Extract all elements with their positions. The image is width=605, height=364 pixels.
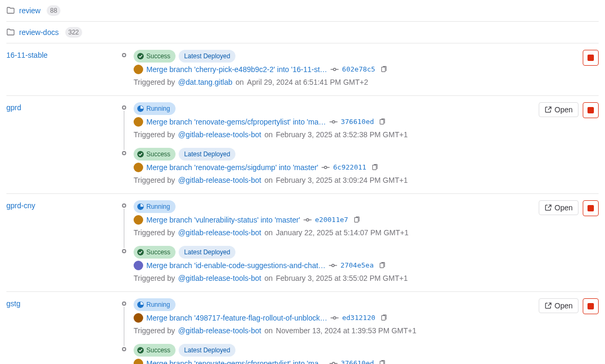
on-label: on <box>265 174 273 186</box>
timeline-bullet-icon <box>122 53 126 57</box>
open-label: Open <box>555 203 573 212</box>
deployment-item: SuccessLatest DeployedMerge branch 'reno… <box>122 148 534 186</box>
stop-environment-button[interactable] <box>583 200 599 216</box>
status-badge-success[interactable]: Success <box>134 246 176 259</box>
copy-sha-button[interactable] <box>370 162 380 173</box>
folder-name-link[interactable]: review <box>19 6 40 15</box>
deployment-commit-line: Merge branch 'renovate-gems/cfpropertyli… <box>134 116 534 128</box>
stop-environment-button[interactable] <box>583 102 599 118</box>
commit-icon <box>330 314 339 322</box>
commit-sha-link[interactable]: 376610ed <box>341 116 374 128</box>
stop-icon <box>588 205 594 211</box>
copy-sha-button[interactable] <box>377 260 388 271</box>
commit-message-link[interactable]: Merge branch 'id-enable-code-suggestions… <box>146 260 326 271</box>
actions-cell: Open <box>539 102 599 118</box>
author-avatar[interactable] <box>134 65 143 74</box>
environment-row: gprdRunningMerge branch 'renovate-gems/c… <box>6 96 599 194</box>
environment-folder-row[interactable]: review-docs322 <box>6 22 599 43</box>
status-badge-success[interactable]: Success <box>134 344 176 357</box>
status-badge-running[interactable]: Running <box>134 102 176 115</box>
deployment-commit-line: Merge branch 'vulnerability-status' into… <box>134 214 534 226</box>
svg-rect-14 <box>373 165 376 170</box>
triggered-user-link[interactable]: @dat.tang.gitlab <box>178 76 232 88</box>
author-avatar[interactable] <box>134 261 143 270</box>
copy-sha-button[interactable] <box>352 215 362 225</box>
deployment-badge-line: Running <box>134 102 534 115</box>
open-environment-button[interactable]: Open <box>539 102 578 117</box>
commit-icon <box>330 65 339 74</box>
environment-name-link[interactable]: gstg <box>6 299 20 308</box>
commit-sha-link[interactable]: 602e78c5 <box>342 64 375 75</box>
on-label: on <box>265 129 273 140</box>
timeline-bullet-icon <box>122 249 126 253</box>
status-badge-running[interactable]: Running <box>134 200 176 213</box>
commit-icon <box>329 359 338 364</box>
environment-row: gprd-cnyRunningMerge branch 'vulnerabili… <box>6 194 599 292</box>
triggered-user-link[interactable]: @gitlab-release-tools-bot <box>178 272 261 284</box>
commit-message-link[interactable]: Merge branch 'renovate-gems/cfpropertyli… <box>146 116 326 128</box>
commit-message-link[interactable]: Merge branch 'renovate-gems/cfpropertyli… <box>146 358 326 364</box>
stop-environment-button[interactable] <box>583 298 599 314</box>
actions-cell: Open <box>539 298 599 314</box>
status-badge-success[interactable]: Success <box>134 148 176 161</box>
triggered-user-link[interactable]: @gitlab-release-tools-bot <box>178 325 261 336</box>
commit-sha-link[interactable]: 376610ed <box>341 358 374 364</box>
folder-name-link[interactable]: review-docs <box>19 28 59 37</box>
commit-message-link[interactable]: Merge branch 'renovate-gems/sigdump' int… <box>146 162 318 173</box>
copy-sha-button[interactable] <box>377 117 388 127</box>
timeline-bullet-icon <box>122 151 126 155</box>
on-label: on <box>265 272 273 284</box>
environment-name-link[interactable]: gprd <box>6 103 21 112</box>
folder-icon <box>6 28 15 37</box>
environment-name-link[interactable]: 16-11-stable <box>6 51 48 59</box>
commit-sha-link[interactable]: ed312120 <box>342 312 375 324</box>
status-badge-label: Running <box>146 201 170 212</box>
deployment-commit-line: Merge branch 'cherry-pick-e489b9c2-2' in… <box>134 64 578 75</box>
open-environment-button[interactable]: Open <box>539 298 578 313</box>
environment-folder-row[interactable]: review88 <box>6 0 599 22</box>
commit-sha-link[interactable]: 2704e5ea <box>340 260 374 271</box>
commit-message-link[interactable]: Merge branch '498717-feature-flag-rollou… <box>146 312 327 324</box>
author-avatar[interactable] <box>134 117 143 127</box>
open-environment-button[interactable]: Open <box>539 200 578 215</box>
svg-point-20 <box>137 249 144 255</box>
copy-sha-button[interactable] <box>379 313 389 323</box>
commit-sha-link[interactable]: e20011e7 <box>315 214 348 226</box>
status-badge-running[interactable]: Running <box>134 298 176 311</box>
copy-sha-button[interactable] <box>379 64 389 75</box>
triggered-user-link[interactable]: @gitlab-release-tools-bot <box>178 174 261 186</box>
timeline-connector <box>124 307 125 346</box>
environment-name-link[interactable]: gprd-cny <box>6 201 35 210</box>
triggered-user-link[interactable]: @gitlab-release-tools-bot <box>178 129 261 140</box>
author-avatar[interactable] <box>134 163 143 172</box>
author-avatar[interactable] <box>134 313 143 323</box>
deployment-item: RunningMerge branch 'renovate-gems/cfpro… <box>122 102 534 140</box>
commit-icon <box>321 163 330 172</box>
svg-rect-9 <box>380 120 384 125</box>
deployments-cell: SuccessLatest DeployedMerge branch 'cher… <box>122 50 578 89</box>
environment-name-cell: gprd-cny <box>6 200 118 210</box>
stop-environment-button[interactable] <box>583 50 599 66</box>
commit-sha-link[interactable]: 6c922011 <box>333 162 366 173</box>
triggered-user-link[interactable]: @gitlab-release-tools-bot <box>178 227 261 238</box>
deployment-item: RunningMerge branch '498717-feature-flag… <box>122 298 534 336</box>
author-avatar[interactable] <box>134 215 143 225</box>
status-badge-success[interactable]: Success <box>134 50 176 63</box>
deployments-cell: RunningMerge branch 'renovate-gems/cfpro… <box>122 102 534 187</box>
deployment-triggered-line: Triggered by @gitlab-release-tools-bot o… <box>134 174 534 186</box>
svg-rect-4 <box>381 67 385 72</box>
actions-cell <box>583 50 599 66</box>
copy-sha-button[interactable] <box>377 358 388 364</box>
environment-row: 16-11-stableSuccessLatest DeployedMerge … <box>6 43 599 96</box>
deployment-commit-line: Merge branch 'id-enable-code-suggestions… <box>134 260 534 271</box>
commit-icon <box>329 261 337 270</box>
triggered-by-label: Triggered by <box>134 174 175 186</box>
triggered-time: February 3, 2025 at 3:52:38 PM GMT+1 <box>276 129 408 140</box>
stop-icon <box>588 303 594 309</box>
folder-count-badge: 88 <box>47 5 60 16</box>
author-avatar[interactable] <box>134 359 143 364</box>
commit-message-link[interactable]: Merge branch 'vulnerability-status' into… <box>146 214 300 226</box>
commit-message-link[interactable]: Merge branch 'cherry-pick-e489b9c2-2' in… <box>146 64 327 75</box>
deployment-badge-line: SuccessLatest Deployed <box>134 50 578 63</box>
triggered-by-label: Triggered by <box>134 272 175 284</box>
